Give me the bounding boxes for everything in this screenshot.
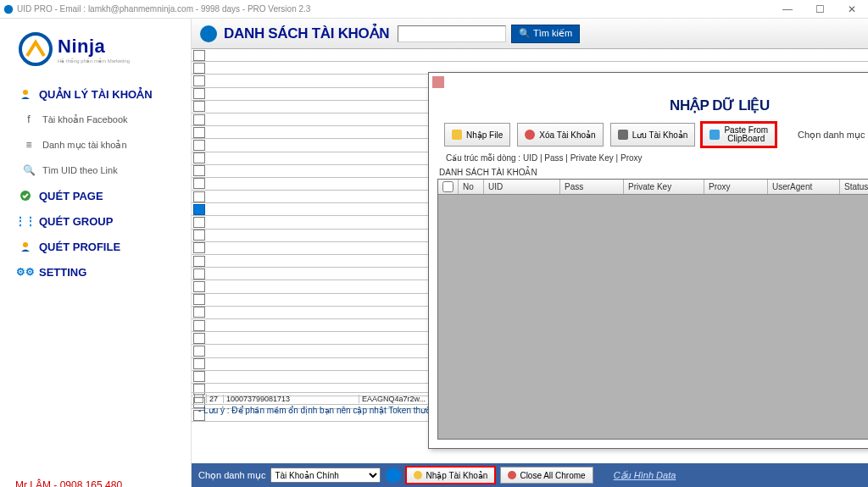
close-button[interactable]: ✕ [839, 1, 865, 18]
col-uid[interactable]: UID [484, 180, 560, 194]
row-checkbox[interactable] [193, 114, 205, 125]
row-checkbox[interactable] [193, 281, 205, 292]
row-checkbox[interactable] [193, 152, 205, 163]
row-checkbox[interactable] [193, 191, 205, 202]
row-checkbox[interactable] [193, 371, 205, 382]
nav-categories[interactable]: ≡Danh mục tài khoản [15, 132, 175, 158]
import-table: No UID Pass Private Key Proxy UserAgent … [437, 179, 868, 440]
svg-point-0 [4, 4, 14, 14]
import-file-button[interactable]: Nhập File [444, 123, 510, 147]
row-checkbox[interactable] [193, 358, 205, 369]
modal-heading: NHẬP DỮ LIỆU [429, 91, 868, 123]
config-data-link[interactable]: Cấu Hình Data [614, 470, 676, 481]
row-checkbox[interactable] [193, 204, 205, 215]
save-account-button[interactable]: Lưu Tài Khoản [610, 123, 696, 147]
section-title: DANH SÁCH TÀI KHOẢN [429, 168, 868, 179]
delete-account-button[interactable]: Xóa Tài Khoản [517, 123, 603, 147]
import-table-body [438, 195, 868, 439]
profile-icon [19, 240, 32, 253]
sidebar: Ninja Hệ thống phần mềm Marketing QUẢN L… [0, 19, 191, 487]
row-checkbox[interactable] [193, 230, 205, 241]
col-pass[interactable]: Pass [560, 180, 624, 194]
col-status[interactable]: Status [840, 180, 868, 194]
row-checkbox[interactable] [193, 320, 205, 331]
brand-name: Ninja [58, 36, 130, 58]
row-checkbox[interactable] [193, 268, 205, 279]
brand-sub: Hệ thống phần mềm Marketing [58, 58, 130, 64]
maximize-button[interactable]: ☐ [807, 1, 832, 18]
nav-scan-page[interactable]: QUÉT PAGE [15, 183, 175, 208]
bottombar: Chọn danh mục Tài Khoản Chính Nhập Tài K… [192, 463, 868, 487]
svg-point-2 [23, 90, 28, 95]
app-icon [3, 4, 14, 14]
search-input[interactable] [398, 25, 506, 42]
row-checkbox[interactable] [193, 140, 205, 151]
row-checkbox[interactable] [193, 88, 205, 99]
folder-icon [452, 130, 462, 140]
main-content: DANH SÁCH TÀI KHOẢN 🔍 Tìm kiếm [191, 19, 868, 487]
nav-find-uid[interactable]: 🔍Tìm UID theo Link [15, 158, 175, 183]
import-modal: — ☐ ✕ NHẬP DỮ LIỆU Nhập File Xóa Tài Kho… [428, 72, 868, 449]
nav-fb-accounts[interactable]: fTài khoản Facebook [15, 107, 175, 132]
gear-icon: ⚙⚙ [19, 265, 32, 279]
row-checkbox[interactable] [193, 127, 205, 138]
row-checkbox[interactable] [193, 63, 205, 74]
search-icon: 🔍 [22, 163, 36, 177]
save-icon [618, 130, 628, 140]
nav-scan-profile[interactable]: QUÉT PROFILE [15, 234, 175, 259]
modal-icon [432, 76, 444, 88]
row-checkbox[interactable] [193, 165, 205, 176]
modal-titlebar: — ☐ ✕ [429, 73, 868, 91]
row-checkbox[interactable] [193, 50, 205, 61]
paste-clipboard-button[interactable]: Paste FromClipBoard [702, 123, 776, 147]
logo: Ninja Hệ thống phần mềm Marketing [19, 32, 175, 66]
list-icon: ≡ [22, 138, 36, 152]
svg-rect-7 [432, 76, 444, 88]
row-checkbox[interactable] [193, 346, 205, 357]
topbar: DANH SÁCH TÀI KHOẢN 🔍 Tìm kiếm [192, 19, 868, 49]
col-proxy[interactable]: Proxy [704, 180, 768, 194]
select-all-checkbox[interactable] [442, 181, 453, 192]
nav-accounts[interactable]: QUẢN LÝ TÀI KHOẢN [15, 81, 175, 107]
search-button[interactable]: 🔍 Tìm kiếm [511, 25, 580, 43]
row-checkbox[interactable] [193, 178, 205, 189]
row-checkbox[interactable] [193, 333, 205, 344]
refresh-icon[interactable] [386, 468, 401, 483]
row-checkbox[interactable] [193, 307, 205, 318]
format-hint: Cấu trúc mỗi dòng : UID | Pass | Private… [429, 152, 868, 168]
close-chrome-button[interactable]: Close All Chrome [500, 467, 593, 484]
delete-icon [525, 130, 535, 140]
facebook-icon: f [22, 113, 36, 126]
row-checkbox[interactable] [193, 294, 205, 305]
nav-setting[interactable]: ⚙⚙SETTING [15, 259, 175, 285]
category-select[interactable]: Tài Khoản Chính [270, 468, 381, 483]
row-checkbox[interactable] [193, 101, 205, 112]
row-checkbox[interactable] [193, 217, 205, 228]
user-icon [19, 87, 32, 101]
row-checkbox[interactable] [193, 242, 205, 253]
row-checkbox[interactable] [193, 256, 205, 267]
support-contact: Mr LÂM - 0908 165 480 [15, 479, 175, 487]
category-label: Chọn danh mục [798, 130, 865, 141]
minimize-button[interactable]: — [775, 1, 800, 18]
dots-icon: ⋮⋮ [19, 214, 32, 228]
col-pk[interactable]: Private Key [624, 180, 704, 194]
clipboard-icon [709, 130, 720, 140]
import-accounts-button[interactable]: Nhập Tài Khoản [406, 467, 495, 484]
svg-point-4 [23, 242, 28, 247]
user-circle-icon [200, 25, 217, 42]
col-no[interactable]: No [459, 180, 484, 194]
window-titlebar: UID PRO - Email : lamkh@phanmemninja.com… [0, 0, 868, 19]
row-checkbox[interactable] [193, 75, 205, 86]
nav-scan-group[interactable]: ⋮⋮QUÉT GROUP [15, 208, 175, 234]
cat-label: Chọn danh mục [198, 470, 265, 481]
check-icon [19, 189, 32, 202]
svg-point-1 [20, 34, 51, 64]
window-title: UID PRO - Email : lamkh@phanmemninja.com… [17, 4, 310, 14]
col-ua[interactable]: UserAgent [768, 180, 840, 194]
page-title: DANH SÁCH TÀI KHOẢN [224, 25, 389, 42]
